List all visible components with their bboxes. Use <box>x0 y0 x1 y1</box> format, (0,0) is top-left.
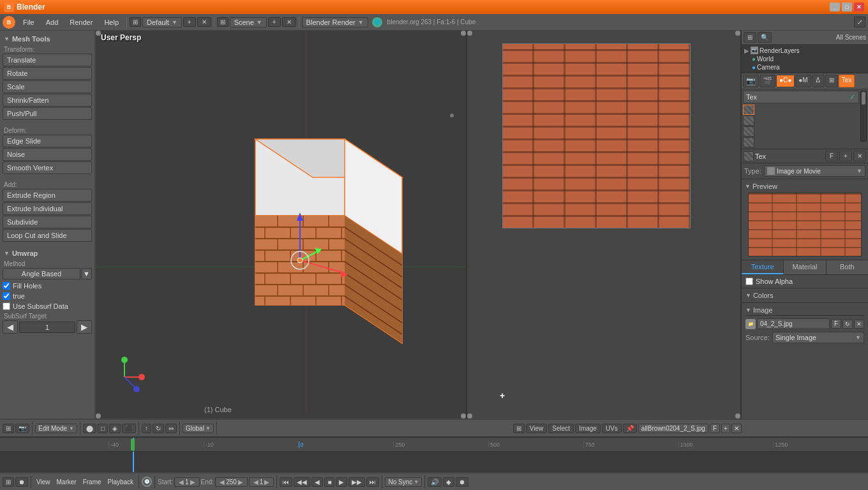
current-frame[interactable]: ◀ 1 ▶ <box>249 477 274 487</box>
scene-add-btn[interactable]: + <box>268 17 281 27</box>
noise-button[interactable]: Noise <box>3 148 92 161</box>
minimize-button[interactable]: _ <box>830 3 840 11</box>
uv-pin-icon[interactable]: 📌 <box>623 424 637 433</box>
view-camera-icon[interactable]: 📷 <box>15 424 29 433</box>
uv-expand-icon[interactable]: ⊞ <box>513 424 525 433</box>
end-dec[interactable]: ◀ <box>220 479 225 486</box>
menu-file[interactable]: File <box>18 17 40 27</box>
rp-search-btn[interactable]: 🔍 <box>758 32 772 43</box>
smooth-vertex-button[interactable]: Smooth Vertex <box>3 161 92 174</box>
start-dec[interactable]: ◀ <box>179 479 184 486</box>
tex-plus-button[interactable]: + <box>839 151 852 161</box>
use-subsurf-checkbox[interactable] <box>3 302 10 310</box>
uv-image-btn[interactable]: Image <box>575 424 601 433</box>
tab-both[interactable]: Both <box>827 260 868 274</box>
uv-image-filename[interactable]: allBrown0204_2_S.jpg <box>638 424 708 433</box>
method-dropdown-arrow[interactable]: ▼ <box>81 268 92 279</box>
record-btn[interactable]: ⏺ <box>15 477 28 487</box>
timeline-expand-icon[interactable]: ⊞ <box>3 477 14 487</box>
rotate-button[interactable]: Rotate <box>3 67 92 80</box>
viewport[interactable]: User Persp <box>96 31 466 419</box>
camera-item[interactable]: ● Camera <box>743 63 867 71</box>
marker-menu[interactable]: Marker <box>54 479 79 486</box>
edge-slide-button[interactable]: Edge Slide <box>3 135 92 147</box>
tab-texture[interactable]: Texture <box>742 260 784 274</box>
translate-button[interactable]: Translate <box>3 54 92 66</box>
scene-props-icon[interactable]: 🎬 <box>760 75 775 87</box>
start-inc[interactable]: ▶ <box>190 479 195 486</box>
view-expand-icon[interactable]: ⊞ <box>3 424 14 433</box>
layout-name[interactable]: Default▼ <box>142 17 182 27</box>
image-reload-btn[interactable]: ↻ <box>842 320 853 329</box>
render-layers-item[interactable]: ▶ 📷 RenderLayers <box>743 46 867 55</box>
uv-select-btn[interactable]: Select <box>548 424 574 433</box>
uv-f-btn[interactable]: F <box>710 424 720 433</box>
end-frame[interactable]: ◀ 250 ▶ <box>215 477 248 487</box>
shrink-fatten-button[interactable]: Shrink/Fatten <box>3 94 92 107</box>
push-pull-button[interactable]: Push/Pull <box>3 107 92 120</box>
prev-keyframe-btn[interactable]: ◀◀ <box>294 477 310 487</box>
extrude-individual-button[interactable]: Extrude Individual <box>3 202 92 215</box>
stop-btn[interactable]: ■ <box>324 477 334 487</box>
uv-view-btn[interactable]: View <box>526 424 548 433</box>
tex-x-button[interactable]: ✕ <box>853 151 866 161</box>
method-value[interactable]: Angle Based <box>3 268 80 279</box>
jump-start-btn[interactable]: ⏮ <box>280 477 292 487</box>
subsurf-value[interactable] <box>19 322 75 333</box>
tex-slot-4[interactable] <box>743 137 754 147</box>
image-file-name[interactable]: 04_2_S.jpg <box>757 318 830 329</box>
layout-add-btn[interactable]: + <box>183 17 196 27</box>
scene-name[interactable]: Scene▼ <box>230 17 267 27</box>
close-button[interactable]: ✕ <box>854 3 864 11</box>
subdivide-button[interactable]: Subdivide <box>3 216 92 228</box>
subsurf-decrease[interactable]: ◀ <box>3 320 18 334</box>
pivot-select[interactable]: Global ▼ <box>183 424 214 433</box>
next-keyframe-btn[interactable]: ▶▶ <box>348 477 365 487</box>
viewport-shading-2[interactable]: □ <box>98 424 108 433</box>
extrude-region-button[interactable]: Extrude Region <box>3 189 92 202</box>
transform-icon-1[interactable]: ↑ <box>142 424 151 433</box>
audio-btn[interactable]: 🔊 <box>428 477 442 487</box>
viewport-shading-3[interactable]: ◈ <box>109 424 121 433</box>
jump-end-btn[interactable]: ⏭ <box>366 477 379 487</box>
tex-slot-2[interactable] <box>743 115 754 126</box>
viewport-shading-1[interactable]: ⬤ <box>83 424 96 433</box>
world-item[interactable]: ● World <box>743 55 867 63</box>
fill-holes-checkbox[interactable] <box>3 282 10 290</box>
image-x-btn[interactable]: ✕ <box>854 320 864 329</box>
mode-select[interactable]: Edit Mode ▼ <box>35 424 77 433</box>
scale-button[interactable]: Scale <box>3 80 92 93</box>
timeline-ruler[interactable]: -40 -10 0 250 500 750 1000 1250 <box>0 438 868 452</box>
playback-menu[interactable]: Playback <box>105 479 137 486</box>
viewport-shading-4[interactable]: ⬛ <box>122 424 136 433</box>
uv-add-btn[interactable]: + <box>721 424 730 433</box>
object-props-icon[interactable]: ●M <box>795 75 811 87</box>
uv-del-btn[interactable]: ✕ <box>731 424 742 433</box>
cur-inc[interactable]: ▶ <box>264 479 269 486</box>
fullscreen-button[interactable]: ⤢ <box>854 17 865 27</box>
texture-props-icon[interactable]: Tex <box>839 75 855 87</box>
tex-slot-scrollbar[interactable] <box>860 91 867 142</box>
correct-aspect-checkbox[interactable] <box>3 292 10 300</box>
menu-render[interactable]: Render <box>64 17 98 27</box>
loop-cut-slide-button[interactable]: Loop Cut and Slide <box>3 229 92 242</box>
frame-menu[interactable]: Frame <box>80 479 104 486</box>
type-select-btn[interactable]: Image or Movie ▼ <box>764 165 865 177</box>
tex-slot-1[interactable] <box>743 105 754 115</box>
start-frame[interactable]: ◀ 1 ▶ <box>174 477 200 487</box>
sync-select[interactable]: No Sync ▼ <box>385 477 422 487</box>
subsurf-increase[interactable]: ▶ <box>77 320 92 334</box>
tex-slot-3[interactable] <box>743 126 754 137</box>
cur-dec[interactable]: ◀ <box>253 479 258 486</box>
source-select[interactable]: Single Image ▼ <box>772 332 864 343</box>
maximize-button[interactable]: □ <box>842 3 852 11</box>
render-props-icon[interactable]: 📷 <box>743 75 759 87</box>
uv-panel[interactable]: + <box>466 31 740 419</box>
scene-close-btn[interactable]: ✕ <box>282 17 296 27</box>
timeline-content[interactable] <box>0 452 868 472</box>
scene-icon-btn[interactable]: ⊞ <box>217 17 228 27</box>
render-engine-select[interactable]: Blender Render▼ <box>302 17 368 27</box>
view-menu[interactable]: View <box>34 479 53 486</box>
record2-btn[interactable]: ⏺ <box>456 477 468 487</box>
tex-f-button[interactable]: F <box>825 151 838 161</box>
